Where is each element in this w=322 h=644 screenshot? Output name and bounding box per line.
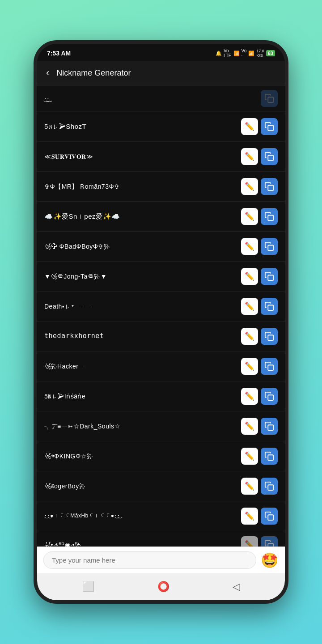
back-nav-button[interactable]: ◁ [233,581,240,593]
list-item: ≪𝐒𝐔𝐑𝐕𝐈𝐕𝐎𝐑≫ ✏️ [37,142,285,172]
copy-button[interactable] [261,388,278,405]
speed-indicator: 17.0K/S [256,49,264,58]
list-item: thedarkxhornet ✏️ [37,322,285,352]
page-title: Nickname Generator [56,68,131,78]
svg-rect-0 [268,97,273,102]
status-time: 7:53 AM [47,50,71,57]
nickname-text: 5ℕ꒒➢Iṅṡāṅe [44,392,237,400]
svg-rect-4 [268,215,273,220]
copy-button[interactable] [261,118,278,135]
copy-button[interactable] [261,268,278,285]
nickname-text: ·͜·͜●꒐ꪶꪶMāxHbꪶ꒐ꪶꪶ●·͜·͜ [44,513,237,520]
copy-button[interactable] [261,536,278,547]
edit-button[interactable]: ✏️ [241,448,258,465]
edit-button[interactable]: ✏️ [241,418,258,435]
copy-icon [264,451,274,461]
svg-rect-6 [268,275,273,280]
list-item: ·͜·͜͜ [37,87,285,112]
svg-rect-10 [268,395,273,400]
copy-icon [264,182,274,191]
copy-button[interactable] [261,178,278,195]
nickname-text: ✞Φ【MR】 Ṙomān73Φ✞ [44,182,237,191]
emoji-button[interactable]: 🤩 [261,552,279,569]
edit-button[interactable]: ✏️ [241,478,258,495]
edit-button[interactable]: ✏️ [241,178,258,195]
copy-icon [264,301,274,311]
list-item: Death▪꒒⁺—–— ✏️ [37,292,285,322]
edit-button[interactable]: ✏️ [241,298,258,315]
edit-button[interactable]: ✏️ [241,148,258,165]
edit-button[interactable]: ✏️ [241,208,258,225]
copy-button[interactable] [261,328,278,345]
copy-icon [264,511,274,521]
nickname-text: ꧁•·◉ᴿᴰ◉·•꧂ [44,541,141,547]
edit-button[interactable]: ✏️ [241,536,258,547]
svg-rect-13 [268,485,273,490]
svg-rect-15 [268,543,273,547]
copy-icon [264,331,274,341]
edit-button[interactable]: ✏️ [241,508,258,525]
copy-button[interactable] [261,478,278,495]
copy-icon [264,481,274,491]
recents-nav-button[interactable]: ⬜ [82,581,94,593]
name-input[interactable] [43,551,256,569]
edit-button[interactable]: ✏️ [241,388,258,405]
list-item: ꧁꧂Hacker— ✏️ [37,352,285,381]
edit-button[interactable]: ✏️ [241,118,258,135]
edit-button[interactable]: ✏️ [241,268,258,285]
svg-rect-9 [268,365,273,370]
svg-rect-2 [268,155,273,161]
edit-button[interactable]: ✏️ [241,328,258,345]
svg-rect-1 [268,125,273,131]
nav-bar: ⬜ ⭕ ◁ [37,573,285,600]
back-button[interactable]: ‹ [46,67,49,79]
nickname-list-container: ·͜·͜͜ 5ℕ꒒➢ShozT ✏️ [37,85,285,547]
copy-button[interactable] [261,298,278,315]
home-nav-button[interactable]: ⭕ [157,581,169,593]
battery-level: 63 [266,50,275,56]
copy-icon [264,361,274,371]
copy-icon [264,93,274,103]
nickname-text: ·͜·͜͜ [44,94,140,103]
svg-rect-7 [268,305,273,310]
svg-rect-14 [268,515,273,520]
copy-icon [264,391,274,401]
copy-button[interactable] [261,208,278,225]
copy-button[interactable] [261,418,278,435]
nickname-text: ꧁☆ΦKINGΦ☆꧂ [44,452,237,460]
list-item: ꧁ℛogerBoy꧂ ✏️ [37,471,285,501]
input-bar: 🤩 [37,547,285,573]
nickname-text: ▼꧁᪤Jong-Ta᪤꧂▼ [44,272,237,280]
list-item: ╮デ≡一➳☆Dark_Souls☆ ✏️ [37,411,285,441]
svg-rect-5 [268,245,273,250]
svg-rect-11 [268,425,273,430]
nickname-text: 5ℕ꒒➢ShozT [44,122,237,131]
wifi-icon: Vo· [242,48,247,58]
copy-icon [264,540,274,547]
copy-button[interactable] [261,448,278,465]
copy-button[interactable] [261,148,278,165]
list-item: ✞Φ【MR】 Ṙomān73Φ✞ ✏️ [37,172,285,202]
copy-button[interactable] [261,238,278,255]
nickname-text: ≪𝐒𝐔𝐑𝐕𝐈𝐕𝐎𝐑≫ [44,153,237,161]
copy-icon [264,122,274,131]
network-indicators: VoLTE [224,48,232,58]
signal2-icon: 📶 [248,51,254,56]
copy-icon [264,242,274,251]
list-item: ·͜·͜●꒐ꪶꪶMāxHbꪶ꒐ꪶꪶ●·͜·͜ ✏️ [37,501,285,531]
list-item: ▼꧁᪤Jong-Ta᪤꧂▼ ✏️ [37,262,285,292]
app-header: ‹ Nickname Generator [37,61,285,85]
copy-button[interactable] [261,508,278,525]
copy-button[interactable] [261,358,278,375]
list-item: ☁️✨爱Sn꒐pez爱✨☁️ ✏️ [37,202,285,232]
nickname-text: ╮デ≡一➳☆Dark_Souls☆ [44,422,237,430]
edit-button[interactable]: ✏️ [241,238,258,255]
nickname-text: ꧁꧂Hacker— [44,362,237,370]
list-item: ꧁☆ΦKINGΦ☆꧂ ✏️ [37,441,285,471]
svg-rect-8 [268,335,273,340]
status-bar: 7:53 AM 🔔 VoLTE 📶 Vo· 📶 17.0K/S 63 [37,44,285,61]
edit-button[interactable]: ✏️ [241,358,258,375]
copy-icon [264,152,274,161]
list-item: ꧁•·◉ᴿᴰ◉·•꧂ ✏️ [37,531,285,547]
alarm-icon: 🔔 [216,51,222,56]
